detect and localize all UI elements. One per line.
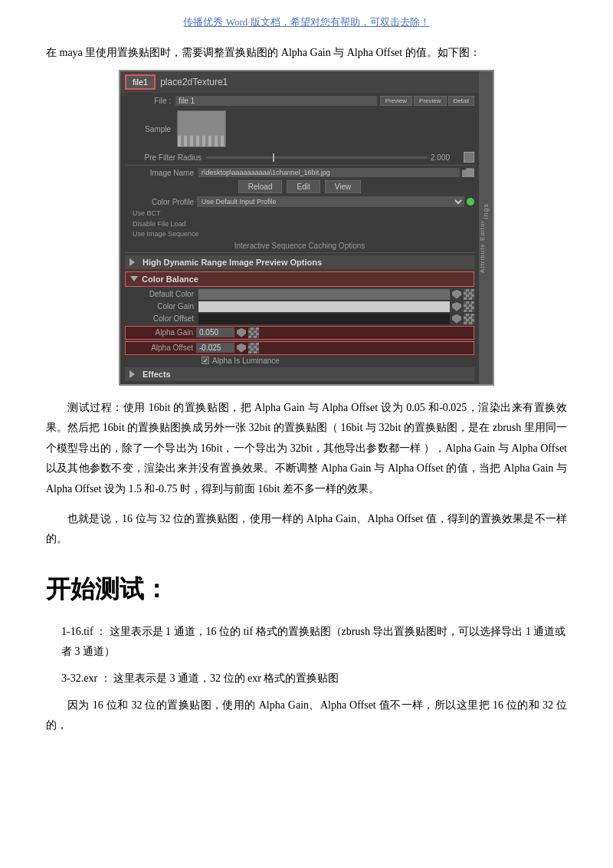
section-heading: 开始测试： <box>46 573 567 607</box>
maya-default-color-field[interactable] <box>198 289 450 300</box>
maya-color-balance-section-title: Color Balance <box>142 275 198 284</box>
maya-folder-icon[interactable] <box>462 168 474 177</box>
maya-image-name-input[interactable] <box>198 168 460 177</box>
maya-color-gain-shield-icon <box>452 302 461 311</box>
maya-color-gain-label: Color Gain <box>125 302 194 311</box>
maya-color-offset-shield-icon <box>452 314 461 324</box>
maya-default-color-label: Default Color <box>125 290 194 298</box>
maya-sample-label: Sample <box>125 125 171 133</box>
maya-divider-2 <box>125 252 474 253</box>
maya-alpha-luminance-label: Alpha Is Luminance <box>212 357 280 365</box>
maya-slider-thumb <box>273 153 274 162</box>
maya-shield-icon <box>452 290 461 299</box>
maya-color-gain-checker-icon <box>464 301 474 312</box>
maya-main-content: File : Preview Preview Detail Sample Pre… <box>120 93 479 384</box>
maya-options-text: Interactive Sequence Caching Options <box>125 242 474 250</box>
maya-screenshot: file1 place2dTexture1 Tool Settings Attr… <box>119 70 494 386</box>
maya-color-balance-triangle-icon <box>130 276 138 281</box>
maya-view-button[interactable]: View <box>325 180 362 193</box>
maya-file-input[interactable] <box>175 96 377 106</box>
maya-action-buttons: Reload Edit View <box>125 180 474 193</box>
intro-text: 在 maya 里使用置换贴图时，需要调整置换贴图的 Alpha Gain 与 A… <box>46 43 567 62</box>
maya-file-label: File : <box>125 97 171 105</box>
maya-preview-btn1[interactable]: Preview <box>380 96 412 106</box>
maya-file-button[interactable]: file1 <box>125 74 156 90</box>
maya-alpha-luminance-row: ✓ Alpha Is Luminance <box>125 357 474 365</box>
maya-alpha-gain-row: Alpha Gain <box>125 326 474 340</box>
maya-alpha-luminance-checkbox[interactable]: ✓ <box>202 357 209 364</box>
list-item-1-label: 1-16.tif <box>61 626 93 637</box>
maya-color-profile-select[interactable]: Use Default Input Profile <box>197 196 464 207</box>
maya-color-gain-row: Color Gain <box>125 301 474 312</box>
maya-alpha-offset-checker-icon <box>248 343 259 353</box>
maya-hdr-triangle-icon <box>129 258 139 266</box>
maya-divider-1 <box>125 165 474 166</box>
maya-option-3: Use Image Sequence <box>133 229 474 240</box>
maya-alpha-offset-input[interactable] <box>196 343 234 353</box>
maya-color-offset-row: Color Offset <box>125 314 474 324</box>
page-container: 传播优秀 Word 版文档，希望对您有帮助，可双击去除！ 在 maya 里使用置… <box>0 0 613 761</box>
maya-color-offset-checker-icon <box>464 314 474 324</box>
maya-image-name-row: Image Name <box>125 168 474 177</box>
maya-color-gain-field[interactable] <box>198 301 450 312</box>
maya-color-profile-row: Color Profile Use Default Input Profile <box>125 196 474 207</box>
maya-color-profile-label: Color Profile <box>125 198 194 206</box>
maya-alpha-offset-label: Alpha Offset <box>128 344 193 352</box>
body-paragraph-2: 也就是说，16 位与 32 位的置换贴图，使用一样的 Alpha Gain、Al… <box>46 509 567 550</box>
list-item-1: 1-16.tif ： 这里表示是 1 通道，16 位的 tif 格式的置换贴图（… <box>46 622 567 663</box>
maya-file-row: File : Preview Preview Detail <box>125 96 474 106</box>
maya-alpha-offset-shield-icon <box>237 344 246 353</box>
maya-alpha-offset-row: Alpha Offset <box>125 341 474 355</box>
maya-hdr-section-header[interactable]: High Dynamic Range Image Preview Options <box>125 255 474 269</box>
maya-option-2: Disable File Load <box>133 219 474 230</box>
list-item-2: 3-32.exr ： 这里表示是 3 通道，32 位的 exr 格式的置换贴图 <box>46 669 567 689</box>
maya-sample-box <box>177 110 226 147</box>
maya-effects-section-header[interactable]: Effects <box>125 367 474 381</box>
list-item-2-desc: ： 这里表示是 3 通道，32 位的 exr 格式的置换贴图 <box>100 672 339 684</box>
maya-alpha-gain-label: Alpha Gain <box>128 328 193 337</box>
maya-pre-filter-value: 2.000 <box>431 153 461 162</box>
maya-reload-button[interactable]: Reload <box>238 180 283 193</box>
maya-checker-icon <box>464 289 474 300</box>
maya-tab-label: place2dTexture1 <box>160 77 228 87</box>
maya-attribute-editor-label: Attribute Editor <box>479 220 493 275</box>
maya-edit-button[interactable]: Edit <box>287 180 320 193</box>
maya-top-bar: file1 place2dTexture1 <box>120 71 493 93</box>
body-paragraph-1: 测试过程：使用 16bit 的置换贴图，把 Alpha Gain 与 Alpha… <box>46 398 567 500</box>
maya-pre-filter-slider[interactable] <box>206 156 428 159</box>
maya-pre-filter-label: Pre Filter Radius <box>125 153 202 162</box>
maya-lock-icon <box>464 152 474 163</box>
maya-sample-section: Sample <box>125 110 474 147</box>
maya-effects-section-title: Effects <box>143 370 171 379</box>
maya-color-offset-field[interactable] <box>198 314 450 324</box>
maya-alpha-gain-checker-icon <box>248 327 259 338</box>
maya-pre-filter-row: Pre Filter Radius 2.000 <box>125 152 474 163</box>
maya-option-1: Use BCT <box>133 209 474 219</box>
maya-preview-btn3[interactable]: Detail <box>448 96 474 106</box>
list-item-2-label: 3-32.exr <box>61 672 97 684</box>
maya-hdr-section-title: High Dynamic Range Image Preview Options <box>143 258 322 267</box>
top-banner[interactable]: 传播优秀 Word 版文档，希望对您有帮助，可双击去除！ <box>46 15 567 29</box>
maya-small-options-container: Use BCT Disable File Load Use Image Sequ… <box>125 209 474 240</box>
list-item-1-desc: ： 这里表示是 1 通道，16 位的 tif 格式的置换贴图（zbrush 导出… <box>61 626 565 658</box>
maya-green-dot <box>467 198 474 205</box>
maya-preview-btn2[interactable]: Preview <box>414 96 446 106</box>
maya-color-balance-section-header[interactable]: Color Balance <box>125 271 474 287</box>
maya-image-name-label: Image Name <box>125 169 194 177</box>
body-paragraph-3: 因为 16 位和 32 位的置换贴图，使用的 Alpha Gain、Alpha … <box>46 695 567 736</box>
maya-color-offset-label: Color Offset <box>125 314 194 323</box>
maya-alpha-gain-shield-icon <box>237 328 246 337</box>
maya-effects-triangle-icon <box>129 370 139 378</box>
maya-default-color-row: Default Color <box>125 289 474 300</box>
maya-alpha-gain-input[interactable] <box>196 327 234 337</box>
